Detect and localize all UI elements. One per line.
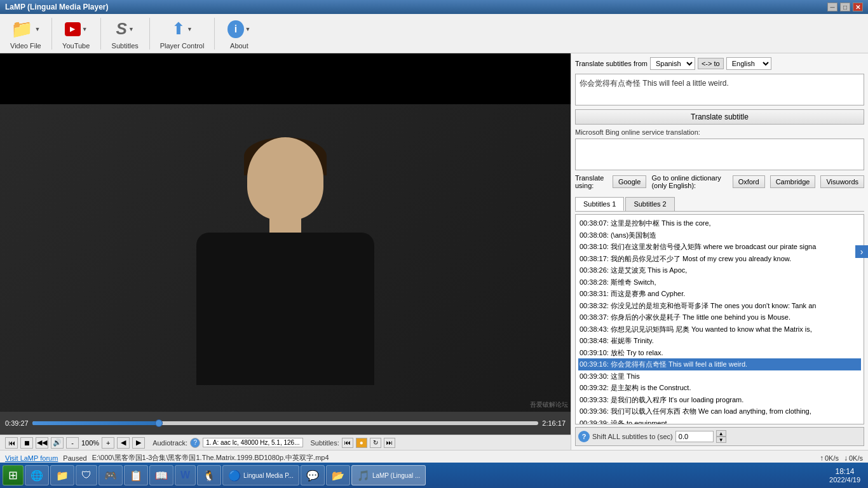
seek-bar[interactable] bbox=[32, 421, 539, 425]
subtitle-line-17[interactable]: 00:39:39: 设备 to equipment, bbox=[578, 417, 861, 425]
taskbar-word[interactable]: W bbox=[175, 465, 196, 485]
subtitle-tab-2[interactable]: Subtitles 2 bbox=[625, 197, 674, 211]
subtitle-line-13[interactable]: 00:39:30: 这里 This bbox=[578, 370, 861, 383]
menu-bar: 📁 ▼ Video File ▶ ▼ YouTube S ▼ Subtitles… bbox=[0, 14, 868, 53]
start-button[interactable]: ⊞ bbox=[3, 465, 24, 485]
menu-player-control[interactable]: ⬆ ▼ Player Control bbox=[155, 15, 210, 52]
forum-link[interactable]: Visit LaMP forum bbox=[5, 454, 58, 462]
seek-handle[interactable] bbox=[155, 419, 163, 427]
playback-controls: ⏮ ⏹ ◀◀ 🔊 - 100% + ◀ ▶ Audiotrack: ? 1. A… bbox=[0, 435, 571, 450]
menu-sep-2 bbox=[100, 18, 101, 50]
seek-bar-area: 0:39:27 2:16:17 bbox=[0, 412, 571, 435]
vol-up-button[interactable]: + bbox=[102, 437, 114, 449]
translate-from-label: Translate subtitles from bbox=[575, 60, 648, 67]
audiotrack-help[interactable]: ? bbox=[190, 438, 200, 448]
visuwords-btn[interactable]: Visuwords bbox=[820, 175, 864, 188]
spin-up-btn[interactable]: ▲ bbox=[716, 430, 726, 437]
bing-result-box bbox=[575, 139, 864, 170]
subtitle-tab-1[interactable]: Subtitles 1 bbox=[575, 197, 624, 211]
time-total: 2:16:17 bbox=[542, 419, 566, 427]
body-shape bbox=[196, 233, 374, 385]
menu-youtube[interactable]: ▶ ▼ YouTube bbox=[57, 15, 95, 52]
book-icon: 📖 bbox=[155, 470, 168, 482]
about-icon: i bbox=[227, 20, 243, 38]
shift-input[interactable] bbox=[675, 431, 714, 442]
oxford-btn[interactable]: Oxford bbox=[733, 175, 765, 188]
subtitle-line-6[interactable]: 00:38:31: 而这是赛弗 and Cypher. bbox=[578, 288, 861, 300]
cambridge-btn[interactable]: Cambridge bbox=[770, 175, 816, 188]
translate-from-select[interactable]: Spanish French Chinese German bbox=[650, 57, 695, 70]
subtitle-line-3[interactable]: 00:38:17: 我的船员你见过不少了 Most of my crew you… bbox=[578, 253, 861, 265]
file-path: E:\000\黑客帝国1-3合集\黑客帝国1.The.Matrix.1999.B… bbox=[92, 453, 815, 463]
close-button[interactable]: ✕ bbox=[853, 3, 863, 11]
subtitle-line-12[interactable]: 00:39:16: 你会觉得有点奇怪 This will feel a litt… bbox=[578, 358, 861, 370]
maximize-button[interactable]: □ bbox=[840, 3, 850, 11]
spin-down-btn[interactable]: ▼ bbox=[716, 437, 726, 443]
video-frame: 吾爱破解论坛 bbox=[0, 104, 571, 412]
taskbar-game[interactable]: 🎮 bbox=[98, 465, 123, 485]
taskbar-book[interactable]: 📖 bbox=[149, 465, 173, 485]
taskbar-ie[interactable]: 🌐 bbox=[25, 465, 49, 485]
vol-down-button[interactable]: - bbox=[66, 437, 79, 449]
menu-video-file[interactable]: 📁 ▼ Video File bbox=[5, 15, 46, 52]
taskbar-lamp[interactable]: 🎵 LaMP (Lingual ... bbox=[351, 465, 426, 485]
right-panel: Translate subtitles from Spanish French … bbox=[571, 53, 868, 450]
menu-subtitles[interactable]: S ▼ Subtitles bbox=[106, 15, 144, 52]
video-display[interactable]: 吾爱破解论坛 bbox=[0, 104, 571, 412]
subtitle-line-11[interactable]: 00:39:10: 放松 Try to relax. bbox=[578, 347, 861, 359]
subtitle-line-0[interactable]: 00:38:07: 这里是控制中枢 This is the core, bbox=[578, 217, 861, 229]
lamp-label: LaMP (Lingual ... bbox=[372, 472, 420, 479]
prev-frame-button[interactable]: ◀ bbox=[117, 437, 130, 449]
taskbar-files[interactable]: 📂 bbox=[326, 465, 350, 485]
mute-button[interactable]: 🔊 bbox=[51, 437, 64, 449]
menu-sep-4 bbox=[214, 18, 215, 50]
stop-button[interactable]: ⏹ bbox=[20, 437, 33, 449]
window-controls: ─ □ ✕ bbox=[827, 3, 863, 11]
app-title: LaMP (Lingual Media Player) bbox=[5, 3, 108, 11]
youtube-icon: ▶ bbox=[65, 22, 81, 36]
subtitles-bar-label: Subtitles: bbox=[311, 439, 339, 447]
ie-icon: 🌐 bbox=[31, 470, 43, 482]
prev-button[interactable]: ◀◀ bbox=[36, 437, 48, 449]
taskbar-tasks[interactable]: 📋 bbox=[124, 465, 148, 485]
subtitle-line-2[interactable]: 00:38:10: 我们在这里发射信号侵入矩阵 where we broadca… bbox=[578, 241, 861, 253]
sub-prev-btn[interactable]: ⏮ bbox=[342, 438, 353, 448]
taskbar: ⊞ 🌐 📁 🛡 🎮 📋 📖 W 🐧 🔵 Lingual Media P... 💬… bbox=[0, 463, 868, 488]
taskbar-security[interactable]: 🛡 bbox=[76, 465, 97, 485]
audiotrack-label: Audiotrack: bbox=[153, 439, 187, 447]
player-control-icon-area: ⬆ ▼ bbox=[171, 18, 194, 41]
subtitle-line-7[interactable]: 00:38:32: 你没见过的是坦克和他哥哥多泽 The ones you do… bbox=[578, 300, 861, 312]
subtitle-list[interactable]: 00:38:07: 这里是控制中枢 This is the core,00:38… bbox=[575, 214, 864, 424]
translate-direction-btn[interactable]: <-> to bbox=[698, 58, 724, 69]
google-btn[interactable]: Google bbox=[613, 175, 646, 188]
subtitle-line-5[interactable]: 00:38:28: 斯维奇 Switch, bbox=[578, 276, 861, 288]
subtitle-line-8[interactable]: 00:38:37: 你身后的小家伙是耗子 The little one behi… bbox=[578, 311, 861, 323]
translate-to-select[interactable]: English Spanish French Chinese bbox=[726, 57, 771, 70]
translate-btn[interactable]: Translate subtitle bbox=[575, 109, 864, 125]
sub-toggle-btn[interactable]: ● bbox=[356, 438, 367, 448]
taskbar-chrome[interactable]: 🔵 Lingual Media P... bbox=[222, 465, 299, 485]
taskbar-linux[interactable]: 🐧 bbox=[197, 465, 221, 485]
sub-sync-btn[interactable]: ↻ bbox=[370, 438, 381, 448]
sub-next-btn[interactable]: ⏭ bbox=[384, 438, 395, 448]
subtitle-line-9[interactable]: 00:38:43: 你想见识见识矩阵吗 尼奥 You wanted to kno… bbox=[578, 323, 861, 336]
subtitle-line-14[interactable]: 00:39:32: 是主架构 is the Construct. bbox=[578, 382, 861, 394]
subtitle-line-15[interactable]: 00:39:33: 是我们的载入程序 It's our loading prog… bbox=[578, 394, 861, 406]
yt-dropdown-arrow: ▼ bbox=[82, 26, 88, 32]
play-button[interactable]: ⏮ bbox=[5, 437, 18, 449]
taskbar-explorer[interactable]: 📁 bbox=[50, 465, 74, 485]
clock-date: 2022/4/19 bbox=[829, 476, 860, 484]
subtitle-line-16[interactable]: 00:39:36: 我们可以载入任何东西 衣物 We can load anyt… bbox=[578, 405, 861, 417]
subtitle-line-4[interactable]: 00:38:26: 这是艾波克 This is Apoc, bbox=[578, 264, 861, 276]
taskbar-wechat[interactable]: 💬 bbox=[301, 465, 325, 485]
shift-controls: ? Shift ALL subtitles to (sec) ▲ ▼ bbox=[575, 427, 864, 446]
menu-about[interactable]: i ▼ About bbox=[220, 15, 258, 52]
nav-arrow-btn[interactable]: › bbox=[855, 245, 868, 258]
next-frame-button[interactable]: ▶ bbox=[132, 437, 145, 449]
minimize-button[interactable]: ─ bbox=[827, 3, 837, 11]
subtitle-line-10[interactable]: 00:38:48: 崔妮蒂 Trinity. bbox=[578, 335, 861, 347]
linux-icon: 🐧 bbox=[203, 470, 215, 482]
shift-help-icon[interactable]: ? bbox=[578, 431, 590, 442]
subtitle-line-1[interactable]: 00:38:08: (\ans)美国制造 bbox=[578, 229, 861, 241]
clock-time: 18:14 bbox=[829, 467, 860, 476]
